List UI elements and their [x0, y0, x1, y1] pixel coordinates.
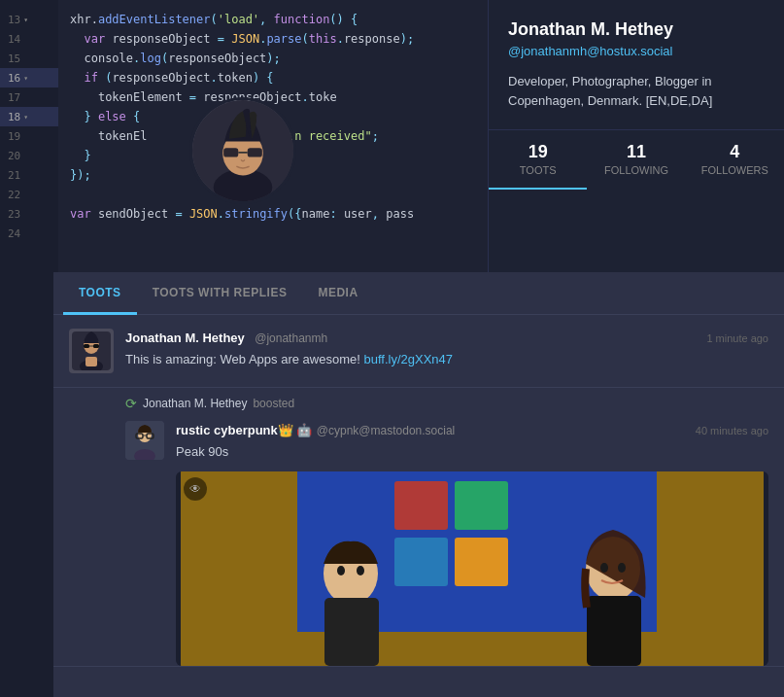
- svg-rect-5: [248, 148, 262, 157]
- line-19: 19: [0, 126, 58, 146]
- svg-rect-24: [455, 481, 508, 530]
- line-13: 13▾: [0, 10, 58, 29]
- toot-2-inner: rustic cyberpunk👑 🤖 @cypnk@mastodon.soci…: [125, 421, 768, 666]
- boost-text: boosted: [253, 397, 294, 410]
- profile-stats: 19 Toots 11 Following 4 Followers: [489, 129, 784, 190]
- profile-bio: Developer, Photographer, Blogger in Cope…: [508, 72, 765, 110]
- followers-count: 4: [694, 142, 776, 162]
- line-23: 23: [0, 204, 58, 224]
- feed-container[interactable]: Jonathan M. Hethey @jonathanmh 1 minute …: [53, 315, 784, 697]
- line-24: 24: [0, 224, 58, 243]
- profile-handle[interactable]: @jonathanmh@hostux.social: [508, 44, 765, 58]
- toot-2-text: Peak 90s: [176, 442, 768, 462]
- toots-label: Toots: [496, 164, 579, 176]
- stat-followers[interactable]: 4 Followers: [686, 130, 784, 190]
- line-numbers: 13▾ 14 15 16▾ 17 18▾ 19 20 21 22 23 24: [0, 0, 58, 272]
- svg-rect-10: [93, 344, 99, 348]
- toot-2-handle: @cypnk@mastodon.social: [317, 424, 455, 437]
- svg-rect-25: [394, 538, 448, 586]
- svg-rect-4: [223, 148, 238, 157]
- left-sidebar-strip: [0, 272, 53, 697]
- profile-name: Jonathan M. Hethey: [508, 19, 765, 40]
- profile-panel: Jonathan M. Hethey @jonathanmh@hostux.so…: [488, 0, 784, 272]
- toot-1-content: Jonathan M. Hethey @jonathanmh 1 minute …: [125, 329, 768, 373]
- avatar-image: [192, 100, 293, 201]
- svg-rect-9: [84, 344, 89, 348]
- line-14: 14: [0, 29, 58, 49]
- toot-1-time: 1 minute ago: [706, 332, 768, 344]
- toot-1-header: Jonathan M. Hethey @jonathanmh 1 minute …: [125, 329, 768, 346]
- main-container: 13▾ 14 15 16▾ 17 18▾ 19 20 21 22 23 24 x…: [0, 0, 784, 697]
- line-16: 16▾: [0, 68, 58, 87]
- toot-2-content: rustic cyberpunk👑 🤖 @cypnk@mastodon.soci…: [176, 421, 768, 666]
- svg-rect-23: [394, 481, 448, 530]
- toots-count: 19: [496, 142, 579, 162]
- boost-icon: ⟳: [125, 396, 137, 411]
- tab-toots[interactable]: TOOTS: [63, 272, 137, 315]
- line-22: 22: [0, 185, 58, 204]
- stat-following[interactable]: 11 Following: [587, 130, 685, 190]
- svg-point-29: [337, 566, 345, 575]
- toot-2-avatar: [125, 421, 164, 460]
- line-21: 21: [0, 165, 58, 185]
- line-17: 17: [0, 87, 58, 107]
- line-20: 20: [0, 146, 58, 165]
- image-overlay-icon: 👁: [184, 477, 207, 501]
- toot-1: Jonathan M. Hethey @jonathanmh 1 minute …: [53, 315, 784, 388]
- toot-2: rustic cyberpunk👑 🤖 @cypnk@mastodon.soci…: [53, 411, 784, 667]
- boost-indicator: ⟳ Jonathan M. Hethey boosted: [53, 388, 784, 411]
- tab-media[interactable]: MEDIA: [302, 272, 373, 315]
- code-text: xhr.addEventListener('load', function() …: [58, 0, 534, 272]
- svg-rect-32: [587, 596, 641, 666]
- avatar: [189, 97, 296, 204]
- toot-2-image: 👁: [176, 471, 768, 666]
- tab-toots-replies[interactable]: TOOTS WITH REPLIES: [137, 272, 303, 315]
- stat-toots[interactable]: 19 Toots: [489, 130, 587, 190]
- following-label: Following: [595, 164, 677, 176]
- tabs-container: TOOTS TOOTS WITH REPLIES MEDIA: [53, 272, 784, 315]
- toot-1-link[interactable]: buff.ly/2gXXn47: [363, 352, 453, 366]
- toot-1-author: Jonathan M. Hethey: [125, 331, 245, 345]
- toot-2-time: 40 minutes ago: [696, 425, 768, 436]
- toot-2-header: rustic cyberpunk👑 🤖 @cypnk@mastodon.soci…: [176, 421, 768, 438]
- line-15: 15: [0, 49, 58, 68]
- toot-1-text: This is amazing: Web Apps are awesome! b…: [125, 350, 768, 369]
- toot-1-handle: @jonathanmh: [255, 331, 327, 345]
- boost-author: Jonathan M. Hethey: [143, 397, 247, 410]
- toot-1-avatar[interactable]: [69, 329, 114, 373]
- svg-rect-26: [455, 538, 508, 586]
- svg-point-30: [357, 566, 364, 575]
- svg-rect-13: [85, 357, 97, 366]
- svg-point-34: [618, 563, 626, 573]
- line-18: 18▾: [0, 107, 58, 126]
- following-count: 11: [595, 142, 677, 162]
- toot-2-author: rustic cyberpunk👑 🤖: [176, 423, 312, 437]
- svg-rect-28: [324, 598, 379, 666]
- followers-label: Followers: [694, 164, 776, 176]
- svg-point-33: [600, 563, 608, 573]
